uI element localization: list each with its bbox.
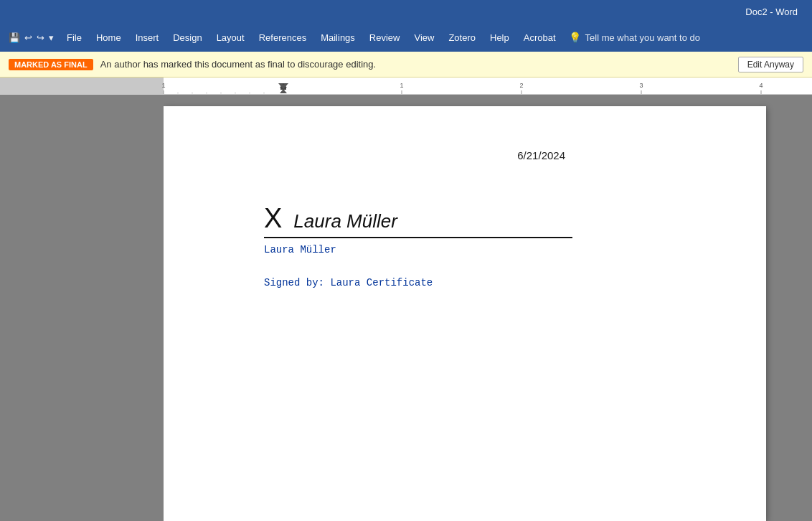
tell-me-label: Tell me what you want to do (585, 32, 700, 43)
svg-text:3: 3 (639, 82, 643, 89)
signature-cursive-name: Laura Müller (293, 210, 397, 233)
notification-message: An author has marked this document as fi… (100, 59, 731, 70)
signature-underline (264, 237, 572, 238)
menu-item-mailings[interactable]: Mailings (313, 29, 362, 46)
menu-item-review[interactable]: Review (362, 29, 407, 46)
title-bar-text: Doc2 - Word (745, 6, 798, 17)
document-area: 6/21/2024 X Laura Müller Laura Müller Si… (0, 95, 812, 521)
document-sidebar (0, 95, 164, 521)
document-page-container: 6/21/2024 X Laura Müller Laura Müller Si… (164, 95, 812, 521)
title-bar: Doc2 - Word (0, 0, 812, 23)
undo-icon[interactable]: ↩ (24, 32, 32, 43)
svg-text:1: 1 (400, 82, 403, 89)
redo-icon[interactable]: ↪ (37, 32, 44, 43)
menu-item-layout[interactable]: Layout (209, 29, 252, 46)
ruler: 1 1 2 3 4 (0, 78, 812, 95)
svg-text:4: 4 (759, 82, 763, 89)
menu-item-help[interactable]: Help (483, 29, 516, 46)
svg-rect-0 (0, 78, 164, 95)
signature-printed-name: Laura Müller (264, 244, 709, 255)
svg-text:2: 2 (519, 82, 523, 89)
svg-rect-1 (164, 78, 812, 95)
menu-item-file[interactable]: File (60, 29, 89, 46)
quick-access-toolbar: 💾 ↩ ↪ ▾ (3, 32, 60, 43)
document-page: 6/21/2024 X Laura Müller Laura Müller Si… (164, 106, 766, 521)
tell-me-input[interactable]: 💡 Tell me what you want to do (569, 32, 700, 43)
menu-item-view[interactable]: View (407, 29, 441, 46)
save-icon[interactable]: 💾 (9, 32, 20, 43)
menu-item-design[interactable]: Design (166, 29, 209, 46)
menu-item-home[interactable]: Home (89, 29, 128, 46)
signature-x-mark: X (264, 205, 282, 232)
menu-item-acrobat[interactable]: Acrobat (516, 29, 563, 46)
customize-quick-access-icon[interactable]: ▾ (49, 32, 54, 43)
marked-final-badge: MARKED AS FINAL (9, 59, 93, 70)
signature-line-row: X Laura Müller (264, 205, 709, 233)
lightbulb-icon: 💡 (569, 32, 581, 43)
menu-item-zotero[interactable]: Zotero (441, 29, 483, 46)
notification-bar: MARKED AS FINAL An author has marked thi… (0, 52, 812, 78)
menu-item-references[interactable]: References (252, 29, 313, 46)
edit-anyway-button[interactable]: Edit Anyway (738, 57, 803, 72)
signature-area: X Laura Müller Laura Müller Signed by: L… (221, 205, 709, 288)
ribbon: 💾 ↩ ↪ ▾ File Home Insert Design Layout R… (0, 23, 812, 52)
ruler-svg: 1 1 2 3 4 (0, 78, 812, 95)
signed-by-line: Signed by: Laura Certificate (264, 277, 709, 288)
svg-text:1: 1 (161, 82, 165, 89)
menu-bar: 💾 ↩ ↪ ▾ File Home Insert Design Layout R… (0, 23, 812, 52)
menu-item-insert[interactable]: Insert (128, 29, 166, 46)
document-date: 6/21/2024 (221, 149, 709, 161)
